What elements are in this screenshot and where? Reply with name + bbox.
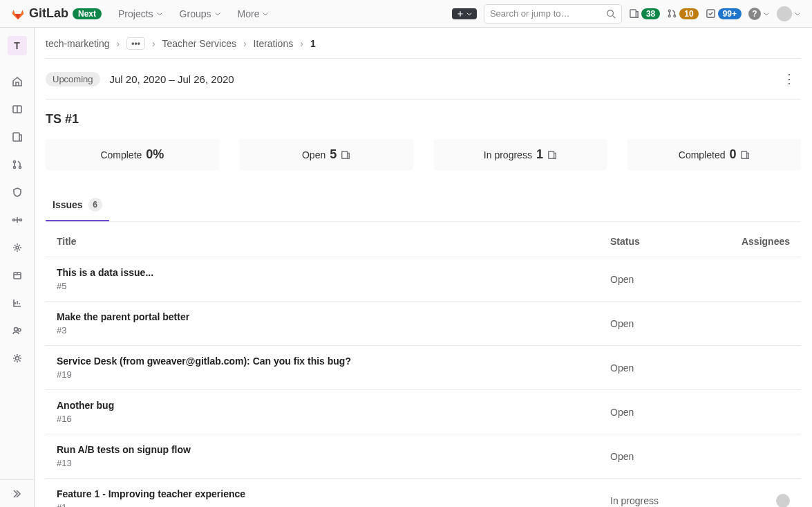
users-icon: [12, 325, 23, 336]
issues-count-pill: 6: [88, 198, 102, 212]
issue-icon: [547, 150, 557, 160]
issue-title[interactable]: Service Desk (from gweaver@gitlab.com): …: [57, 356, 610, 367]
chevron-down-icon: [763, 10, 770, 17]
sidebar-repo[interactable]: [0, 95, 35, 123]
issue-row: Service Desk (from gweaver@gitlab.com): …: [46, 346, 801, 390]
breadcrumb: tech-marketing ••• Teacher Services Iter…: [46, 37, 801, 59]
issue-status: In progress: [610, 495, 721, 506]
avatar: [777, 6, 792, 21]
actions-menu[interactable]: ⋮: [777, 70, 801, 88]
issue-status: Open: [610, 274, 721, 285]
main-content: tech-marketing ••• Teacher Services Iter…: [35, 28, 812, 507]
page-title: TS #1: [46, 100, 801, 139]
issue-status: Open: [610, 362, 721, 374]
merge-request-icon: [12, 159, 23, 170]
breadcrumb-services[interactable]: Teacher Services: [162, 38, 236, 49]
issues-table: Title Status Assignees This is a data is…: [46, 222, 801, 507]
new-menu-button[interactable]: [452, 8, 477, 19]
issue-row: Make the parent portal better #3 Open: [46, 302, 801, 346]
issue-icon: [341, 150, 350, 160]
merge-request-icon: [667, 8, 677, 19]
col-title: Title: [57, 236, 610, 247]
sidebar-ops[interactable]: [0, 234, 35, 261]
issue-row: Feature 1 - Improving teacher experience…: [46, 479, 801, 507]
chevron-down-icon: [794, 10, 801, 17]
sidebar-analytics[interactable]: [0, 289, 35, 317]
nav-todos-counter[interactable]: 99+: [706, 8, 742, 19]
issue-title[interactable]: Make the parent portal better: [57, 311, 610, 322]
breadcrumb-iterations[interactable]: Iterations: [254, 38, 294, 49]
nav-issues-counter[interactable]: 38: [629, 8, 660, 19]
nav-help[interactable]: ?: [748, 8, 770, 20]
sidebar-packages[interactable]: [0, 261, 35, 289]
book-icon: [12, 104, 23, 115]
package-icon: [12, 270, 23, 281]
plus-icon: [456, 10, 464, 18]
top-navbar: GitLab Next Projects Groups More 38: [0, 0, 812, 28]
sidebar-security[interactable]: [0, 178, 35, 206]
nav-groups[interactable]: Groups: [173, 4, 228, 24]
nav-projects[interactable]: Projects: [111, 4, 170, 24]
issue-icon: [629, 8, 639, 19]
issue-title[interactable]: This is a data issue...: [57, 267, 610, 278]
help-icon: ?: [748, 8, 761, 20]
issue-ref: #19: [57, 369, 610, 380]
issue-ref: #16: [57, 414, 610, 424]
issue-title[interactable]: Run A/B tests on signup flow: [57, 444, 610, 455]
tabs: Issues 6: [46, 190, 801, 222]
issue-ref: #3: [57, 325, 610, 335]
nav-more[interactable]: More: [231, 4, 276, 24]
issue-row: Another bug #16 Open: [46, 390, 801, 434]
issue-assignees: [721, 494, 790, 508]
stat-open: Open 5: [240, 139, 413, 170]
status-badge: Upcoming: [46, 72, 100, 86]
shield-icon: [12, 187, 23, 198]
tanuki-icon: [11, 7, 25, 21]
nav-user-menu[interactable]: [777, 6, 801, 21]
sidebar-issues[interactable]: [0, 123, 35, 151]
sidebar-mrs[interactable]: [0, 151, 35, 178]
ops-icon: [12, 242, 23, 253]
project-avatar[interactable]: T: [8, 36, 27, 55]
home-icon: [12, 76, 23, 87]
breadcrumb-more[interactable]: •••: [126, 37, 145, 50]
sidebar-settings[interactable]: [0, 344, 35, 372]
global-search[interactable]: [484, 4, 622, 24]
sidebar-home[interactable]: [0, 68, 35, 95]
chart-icon: [12, 297, 23, 308]
issue-ref: #1: [57, 502, 610, 507]
breadcrumb-root[interactable]: tech-marketing: [46, 38, 110, 49]
iteration-header: Upcoming Jul 20, 2020 – Jul 26, 2020 ⋮: [46, 59, 801, 100]
breadcrumb-current: 1: [310, 38, 316, 49]
stat-completed: Completed 0: [627, 139, 801, 170]
brand-text: GitLab: [29, 6, 68, 21]
issue-title[interactable]: Feature 1 - Improving teacher experience: [57, 488, 610, 499]
issue-status: Open: [610, 451, 721, 462]
sidebar-members[interactable]: [0, 317, 35, 344]
nav-mrs-counter[interactable]: 10: [667, 8, 698, 19]
issue-status: Open: [610, 318, 721, 329]
chevron-down-icon: [214, 10, 221, 17]
issue-ref: #13: [57, 458, 610, 468]
assignee-avatar[interactable]: [776, 494, 790, 508]
sidebar-collapse[interactable]: [0, 479, 34, 507]
stats-row: Complete 0% Open 5 In progress 1 Complet…: [46, 139, 801, 170]
ci-icon: [12, 214, 23, 225]
col-assignees: Assignees: [721, 236, 790, 247]
issue-title[interactable]: Another bug: [57, 400, 610, 411]
issue-row: Run A/B tests on signup flow #13 Open: [46, 434, 801, 479]
chevron-down-icon: [156, 10, 163, 17]
sidebar-ci[interactable]: [0, 206, 35, 234]
search-input[interactable]: [490, 8, 606, 19]
project-sidebar: T: [0, 28, 35, 507]
stat-complete: Complete 0%: [46, 139, 219, 170]
issue-icon: [12, 131, 23, 142]
todo-icon: [706, 8, 716, 19]
tab-issues[interactable]: Issues 6: [46, 190, 109, 221]
gitlab-logo[interactable]: GitLab Next: [11, 6, 102, 21]
stat-in-progress: In progress 1: [434, 139, 607, 170]
issues-header-row: Title Status Assignees: [46, 222, 801, 257]
search-icon: [606, 9, 616, 19]
issue-status: Open: [610, 407, 721, 418]
chevron-down-icon: [466, 10, 473, 17]
